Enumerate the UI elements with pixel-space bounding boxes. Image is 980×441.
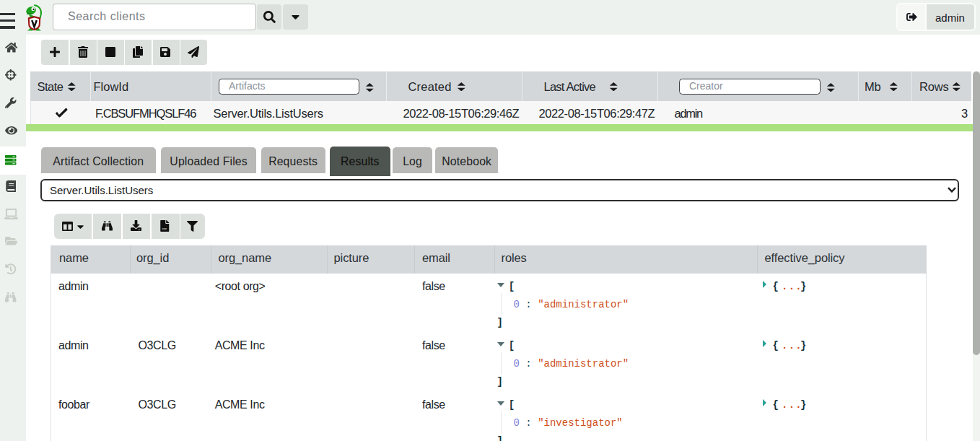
svg-text:csv: csv xyxy=(162,227,167,230)
